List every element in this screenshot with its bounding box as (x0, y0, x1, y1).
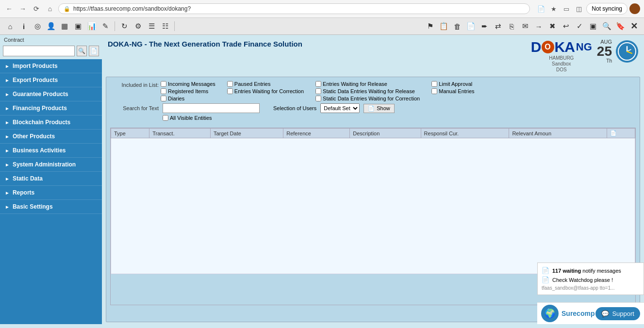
sidebar-search-input[interactable] (3, 46, 75, 56)
sidebar-item-blockchain-products[interactable]: ► Blockchain Products (0, 115, 102, 130)
favorites-button[interactable]: ★ (548, 3, 559, 14)
incoming-messages-checkbox[interactable] (161, 81, 166, 87)
toolbar-target-icon[interactable]: ◎ (31, 20, 44, 33)
notify-msg-watchdog: 📄 Check Watchdog please ! (542, 276, 640, 283)
sidebar-add-button[interactable]: 📄 (89, 46, 99, 56)
toolbar-settings-icon[interactable]: ⚙ (132, 20, 144, 33)
sidebar-item-reports[interactable]: ► Reports (0, 186, 102, 200)
sidebar-item-system-admin[interactable]: ► System Administration (0, 158, 102, 172)
checkboxes-col3: Entries Waiting for Release Static Data … (315, 81, 420, 101)
toolbar-edit-icon[interactable]: ✎ (99, 20, 112, 33)
address-bar[interactable]: 🔒 https://tfaas.surecomp.com/sandbox/dok… (58, 3, 530, 14)
entries-waiting-correction-checkbox[interactable] (227, 88, 233, 94)
col-description: Description (350, 129, 421, 138)
toolbar-transfer-icon[interactable]: ⇄ (492, 20, 504, 33)
home-button[interactable]: ⌂ (45, 3, 55, 14)
col-transact: Transact. (149, 129, 211, 138)
toolbar-info-icon[interactable]: i (17, 20, 30, 33)
date-time-block: AUG 25 Th (597, 39, 638, 64)
entries-waiting-release-checkbox[interactable] (315, 81, 321, 87)
toolbar-grid-icon[interactable]: ▦ (58, 20, 71, 33)
sidebar-item-static-data[interactable]: ► Static Data (0, 172, 102, 186)
toolbar-print-icon[interactable]: ⎘ (505, 20, 518, 33)
sidebar-item-guarantee-products[interactable]: ► Guarantee Products (0, 87, 102, 101)
support-chat-icon: 💬 (601, 310, 609, 317)
sidebar-item-import-products[interactable]: ► Import Products (0, 59, 102, 73)
checkbox-static-data-waiting-correction[interactable]: Static Data Entries Waiting for Correcti… (315, 96, 420, 101)
search-text-label: Search for Text (110, 105, 159, 111)
clock-svg (617, 42, 637, 61)
checkbox-registered-items[interactable]: Registered Items (161, 88, 215, 94)
filter-section: Included in List: Incoming Messages (110, 81, 636, 124)
static-data-waiting-release-checkbox[interactable] (315, 88, 321, 94)
show-icon: 📄 (368, 105, 375, 112)
reader-button[interactable]: 📄 (536, 3, 546, 14)
toolbar-flag-icon[interactable]: ⚑ (424, 20, 436, 33)
logo-location: HAMBURG Sandbox DOS (549, 55, 574, 73)
back-button[interactable]: ← (4, 3, 15, 14)
col-responsil-cur: Responsil Cur. (421, 129, 509, 138)
toolbar-delete-icon[interactable]: 🗑 (451, 20, 463, 33)
support-button[interactable]: 💬 Support (595, 307, 640, 320)
toolbar-tree-icon[interactable]: ▣ (72, 20, 84, 33)
registered-items-checkbox[interactable] (161, 88, 166, 94)
checkbox-paused-entries[interactable]: Paused Entries (227, 81, 304, 87)
toolbar-search-icon[interactable]: 🔍 (600, 20, 613, 33)
sidebar-item-business-activities[interactable]: ► Business Activities (0, 144, 102, 158)
checkbox-all-visible[interactable]: All Visible Entities (163, 115, 636, 121)
avatar[interactable] (629, 3, 640, 14)
checkbox-limit-approval[interactable]: Limit Approval (431, 81, 474, 87)
search-text-input[interactable] (163, 103, 260, 113)
show-label: Show (377, 105, 390, 111)
show-button[interactable]: 📄 Show (363, 104, 395, 113)
collections-button[interactable]: ▭ (561, 3, 572, 14)
notify-count: 117 waiting (552, 268, 581, 274)
checkbox-incoming-messages[interactable]: Incoming Messages (161, 81, 215, 87)
sidebar-item-financing-products[interactable]: ► Financing Products (0, 101, 102, 115)
arrow-icon: ► (5, 162, 10, 167)
toolbar-box-icon[interactable]: ▣ (587, 20, 599, 33)
checkbox-manual-entries[interactable]: Manual Entries (431, 88, 474, 94)
toolbar-copy-icon[interactable]: 📋 (437, 20, 450, 33)
diaries-checkbox[interactable] (161, 96, 166, 101)
browser-nav: ← → ⟳ ⌂ 🔒 https://tfaas.surecomp.com/san… (0, 0, 644, 17)
toolbar-list-icon[interactable]: ☰ (145, 20, 158, 33)
checkbox-entries-waiting-correction[interactable]: Entries Waiting for Correction (227, 88, 304, 94)
sidebar-item-export-products[interactable]: ► Export Products (0, 73, 102, 87)
checkbox-diaries[interactable]: Diaries (161, 96, 215, 101)
toolbar-chart-icon[interactable]: 📊 (85, 20, 98, 33)
static-data-waiting-correction-checkbox[interactable] (315, 96, 321, 101)
toolbar-bookmark-icon[interactable]: 🔖 (614, 20, 627, 33)
profile-button[interactable]: ◫ (574, 3, 584, 14)
sidebar-search-button[interactable]: 🔍 (77, 46, 87, 56)
toolbar-mail-icon[interactable]: ✉ (519, 20, 531, 33)
toolbar-check-icon[interactable]: ✓ (573, 20, 586, 33)
surecomp-bar: 🌍 Surecomp 💬 Support (537, 302, 644, 324)
toolbar-refresh-icon[interactable]: ↻ (118, 20, 131, 33)
close-button[interactable]: ✕ (627, 20, 640, 33)
checkbox-entries-waiting-release[interactable]: Entries Waiting for Release (315, 81, 420, 87)
manual-entries-checkbox[interactable] (431, 88, 437, 94)
forward-button[interactable]: → (17, 3, 28, 14)
checkbox-static-data-waiting-release[interactable]: Static Data Entries Waiting for Release (315, 88, 420, 94)
toolbar-columns-icon[interactable]: ☷ (159, 20, 171, 33)
reload-button[interactable]: ⟳ (31, 3, 42, 14)
sidebar-item-basic-settings[interactable]: ► Basic Settings (0, 200, 102, 214)
all-visible-checkbox[interactable] (163, 115, 168, 121)
sync-button[interactable]: Not syncing (586, 3, 627, 15)
toolbar-users-icon[interactable]: 👤 (45, 20, 57, 33)
toolbar-undo-icon[interactable]: ↩ (560, 20, 572, 33)
url-text: https://tfaas.surecomp.com/sandbox/dokan… (73, 5, 191, 12)
toolbar-forward-icon[interactable]: ➨ (478, 20, 491, 33)
limit-approval-checkbox[interactable] (431, 81, 437, 87)
paused-entries-checkbox[interactable] (227, 81, 233, 87)
table-header: Type Transact. Target Date Reference Des… (111, 129, 635, 138)
sidebar-item-other-products[interactable]: ► Other Products (0, 130, 102, 144)
toolbar-home-icon[interactable]: ⌂ (4, 20, 17, 33)
toolbar-doc-icon[interactable]: 📄 (464, 20, 477, 33)
sidebar-item-label: System Administration (13, 161, 76, 168)
toolbar-arrow-icon[interactable]: → (532, 20, 545, 33)
content-wrapper: DOKA-NG - The Next Generation Trade Fina… (102, 35, 644, 324)
toolbar-x-icon[interactable]: ✖ (546, 20, 559, 33)
users-select[interactable]: Default Set (320, 103, 360, 113)
